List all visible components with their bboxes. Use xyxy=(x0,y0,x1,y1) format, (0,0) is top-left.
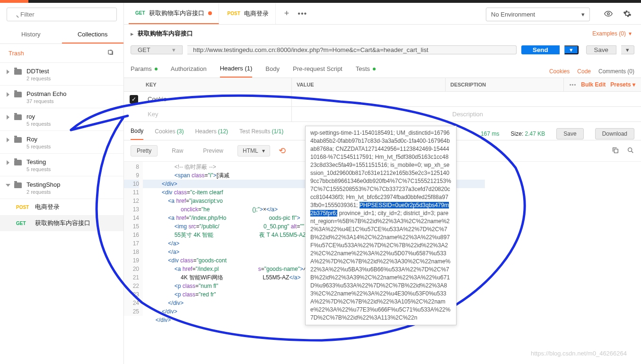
tab-prerequest[interactable]: Pre-request Script xyxy=(293,65,342,77)
save-options[interactable]: ▾ xyxy=(621,45,634,54)
collection-item[interactable]: TestingShop2 requests xyxy=(0,176,123,199)
watermark: https://blog.csdn.net/m0_46266264 xyxy=(531,350,627,357)
dirty-indicator xyxy=(208,11,212,15)
tab-body[interactable]: Body xyxy=(265,65,280,77)
folder-icon xyxy=(14,137,22,143)
send-options[interactable]: ▾ xyxy=(564,45,579,54)
tab-options-icon[interactable]: ••• xyxy=(298,9,307,18)
column-value: VALUE xyxy=(292,78,446,91)
response-tab-tests[interactable]: Test Results(1/1) xyxy=(239,128,283,139)
view-raw[interactable]: Raw xyxy=(166,146,189,156)
method-badge: POST xyxy=(16,205,30,210)
collection-item[interactable]: roy5 requests xyxy=(0,108,123,131)
bulk-edit-link[interactable]: Bulk Edit xyxy=(581,81,606,88)
request-title: 获取购物车内容接口 xyxy=(138,29,193,38)
tab-authorization[interactable]: Authorization xyxy=(171,65,207,77)
tab-headers[interactable]: Headers (1) xyxy=(220,65,253,78)
svg-point-1 xyxy=(607,13,610,15)
environment-select[interactable]: No Environment▾ xyxy=(486,8,590,21)
response-tab-headers[interactable]: Headers(12) xyxy=(195,128,228,139)
trash-link[interactable]: Trash xyxy=(9,50,24,57)
send-button[interactable]: Send xyxy=(521,45,560,54)
filter-input[interactable] xyxy=(7,8,117,21)
svg-point-3 xyxy=(628,147,632,151)
svg-rect-0 xyxy=(108,50,112,54)
header-row-new[interactable]: Key Description xyxy=(124,107,641,122)
request-tab[interactable]: GET 获取购物车内容接口 xyxy=(129,3,219,24)
column-description: DESCRIPTION xyxy=(446,78,564,91)
folder-icon xyxy=(14,92,22,97)
tab-collections[interactable]: Collections xyxy=(62,26,124,43)
examples-dropdown[interactable]: Examples (0)▾ xyxy=(592,30,632,37)
response-tab-cookies[interactable]: Cookies(3) xyxy=(155,128,184,139)
collection-item[interactable]: Roy5 requests xyxy=(0,131,123,154)
header-row[interactable]: ✓ Cookie xyxy=(124,92,641,107)
collection-item[interactable]: Testing5 requests xyxy=(0,154,123,176)
svg-rect-2 xyxy=(614,149,618,153)
view-pretty[interactable]: Pretty xyxy=(131,145,158,156)
response-size: Size: 2.47 KB xyxy=(511,130,545,137)
view-preview[interactable]: Preview xyxy=(197,146,229,156)
folder-icon xyxy=(14,160,22,165)
sidebar: History Collections Trash DDTtest2 reque… xyxy=(0,3,124,364)
tab-history[interactable]: History xyxy=(0,26,62,43)
tab-tests[interactable]: Tests xyxy=(356,65,376,77)
column-key: KEY xyxy=(124,78,292,91)
format-select[interactable]: HTML▾ xyxy=(237,145,270,156)
save-response-button[interactable]: Save xyxy=(556,128,583,139)
request-tab[interactable]: POST 电商登录 xyxy=(221,3,276,24)
eye-icon[interactable] xyxy=(604,9,613,19)
tab-params[interactable]: Params xyxy=(131,65,158,77)
cookies-link[interactable]: Cookies xyxy=(549,68,570,75)
collection-item[interactable]: Postman Echo37 requests xyxy=(0,86,123,108)
request-item[interactable]: GET 获取购物车内容接口 xyxy=(0,215,123,231)
comments-link[interactable]: Comments (0) xyxy=(598,68,634,75)
new-tab-button[interactable]: + xyxy=(278,9,296,18)
save-button[interactable]: Save xyxy=(586,45,616,54)
url-input[interactable] xyxy=(187,45,517,54)
folder-icon xyxy=(14,182,22,188)
presets-dropdown[interactable]: Presets ▾ xyxy=(610,81,635,88)
folder-icon xyxy=(14,114,22,120)
request-item[interactable]: POST 电商登录 xyxy=(0,199,123,215)
code-link[interactable]: Code xyxy=(577,68,591,75)
collapse-icon[interactable]: ▸ xyxy=(131,30,134,37)
response-time: 167 ms xyxy=(481,130,499,137)
download-button[interactable]: Download xyxy=(595,128,634,139)
header-options-icon[interactable]: ••• xyxy=(570,82,577,87)
wrap-icon[interactable]: ⟲ xyxy=(279,146,286,156)
response-tab-body[interactable]: Body xyxy=(131,128,143,140)
new-collection-icon[interactable] xyxy=(107,49,115,58)
value-tooltip: wp-settings-time-11-1540185491; UM_disti… xyxy=(305,126,457,325)
search-icon[interactable] xyxy=(627,147,634,156)
collection-item[interactable]: DDTtest2 requests xyxy=(0,63,123,86)
folder-icon xyxy=(14,69,22,75)
gear-icon[interactable] xyxy=(623,9,632,19)
method-select[interactable]: GET▾ xyxy=(131,45,183,54)
checkbox-checked-icon[interactable]: ✓ xyxy=(130,95,138,104)
method-badge: GET xyxy=(16,221,30,226)
copy-icon[interactable] xyxy=(612,147,619,156)
